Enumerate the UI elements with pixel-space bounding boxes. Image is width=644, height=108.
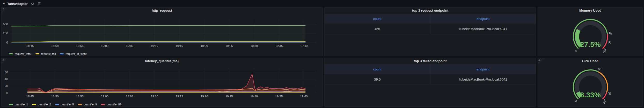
legend-swatch: [9, 53, 13, 54]
table-header-count[interactable]: count: [325, 14, 430, 24]
x-axis-tick-label: 19:35: [275, 95, 283, 98]
x-axis-tick-label: 19:05: [126, 44, 133, 47]
legend-item-quantile_1[interactable]: quantile_1: [9, 103, 28, 106]
legend-item-request_fail[interactable]: request_fail: [35, 52, 56, 55]
info-i-glyph: i: [539, 58, 540, 61]
series-fill-quantile_99: [27, 74, 305, 93]
x-axis-tick-label: 19:30: [250, 95, 258, 98]
row-collapse-toggle[interactable]: TaosAdapter: [3, 2, 28, 6]
gauge-tick-label: 0: [575, 49, 577, 53]
gear-icon[interactable]: [31, 2, 34, 5]
legend-label: quantile_2: [38, 103, 51, 106]
x-axis-tick-label: 18:55: [76, 44, 84, 47]
legend-item-request_total[interactable]: request_total: [9, 52, 31, 55]
legend-swatch: [35, 53, 39, 54]
legend-label: quantile_9: [84, 103, 97, 106]
legend-item-quantile_2[interactable]: quantile_2: [32, 103, 51, 106]
info-i-glyph: i: [3, 58, 3, 61]
cpu-gauge: 060901008.33%: [557, 65, 624, 104]
info-i-glyph: i: [3, 8, 3, 11]
row-title: TaosAdapter: [7, 2, 28, 6]
trash-icon[interactable]: [38, 2, 41, 5]
gauge-tick-label: 90: [608, 91, 611, 95]
legend-label: request_fail: [41, 52, 56, 55]
gauge-value-text: 27.5%: [580, 40, 601, 48]
table-row: 39.5 liubeideMacBook-Pro.local:6041: [325, 74, 536, 85]
legend-label: request_in_flight: [65, 52, 86, 55]
gauge-container: 060901008.33%: [538, 65, 643, 106]
table-header-endpoint[interactable]: endpoint: [430, 64, 536, 74]
chart-legend: quantile_1quantile_2quantile_5quantile_9…: [1, 102, 323, 107]
gauge-tick-label: 80: [608, 31, 612, 35]
panel-title[interactable]: Memory Used: [538, 8, 643, 14]
x-axis-tick-label: 19:30: [250, 44, 258, 47]
gauge-tick-label: 100: [602, 99, 607, 104]
series-fill-request_total: [12, 26, 305, 42]
y-axis-tick-label: 20: [5, 84, 8, 88]
legend-swatch: [55, 104, 59, 105]
table-header-row: count endpoint: [325, 14, 536, 24]
panel-title[interactable]: top 3 request endpoint: [325, 8, 536, 14]
legend-swatch: [32, 104, 36, 105]
gauge-threshold-arc: [606, 34, 607, 42]
x-axis-tick-label: 18:55: [76, 95, 84, 98]
panel-cpu-used: i CPU Used 060901008.33%: [538, 58, 643, 107]
y-axis-tick-label: 0: [6, 91, 8, 95]
table-row: 466 liubeideMacBook-Pro.local:6041: [325, 24, 536, 34]
x-axis-tick-label: 19:25: [225, 44, 233, 47]
gauge-tick-label: 100: [602, 48, 607, 54]
panel-title[interactable]: CPU Used: [538, 58, 643, 64]
memory-gauge: 0809010027.5%: [557, 14, 624, 54]
table-cell-endpoint: liubeideMacBook-Pro.local:6041: [430, 24, 536, 34]
y-axis-tick-label: 0: [6, 41, 8, 44]
y-axis-tick-label: 40: [5, 77, 8, 81]
panel-http-request: i http_request 18:4518:5018:5519:0019:05…: [1, 7, 323, 56]
x-axis-tick-label: 19:10: [151, 95, 158, 98]
panel-grid: i http_request 18:4518:5018:5519:0019:05…: [0, 7, 644, 107]
legend-swatch: [101, 104, 105, 105]
gauge-tick-label: 90: [608, 41, 611, 45]
table-cell-count: 466: [325, 24, 430, 34]
chevron-down-icon: [3, 2, 6, 5]
x-axis-tick-label: 19:15: [176, 44, 183, 47]
legend-label: quantile_99: [107, 103, 121, 106]
x-axis-tick-label: 19:20: [201, 95, 208, 98]
y-axis-tick-label: 500: [3, 23, 8, 26]
table-cell-count: 39.5: [325, 74, 430, 85]
panel-top-failed-endpoint: top 3 failed endpoint count endpoint 39.…: [324, 58, 536, 107]
x-axis-tick-label: 19:00: [101, 95, 108, 98]
x-axis-tick-label: 19:20: [201, 44, 208, 47]
legend-item-quantile_99[interactable]: quantile_99: [101, 103, 121, 106]
legend-item-request_in_flight[interactable]: request_in_flight: [60, 52, 86, 55]
panel-title[interactable]: latency_quantile(ms): [1, 58, 323, 64]
x-axis-tick-label: 19:35: [275, 44, 283, 47]
table-header-count[interactable]: count: [325, 64, 430, 74]
legend-label: quantile_5: [61, 103, 74, 106]
panel-title[interactable]: top 3 failed endpoint: [325, 58, 536, 64]
legend-item-quantile_9[interactable]: quantile_9: [78, 103, 97, 106]
x-axis-tick-label: 18:45: [26, 44, 34, 47]
x-axis-tick-label: 19:05: [126, 95, 133, 98]
gauge-value-text: 8.33%: [580, 91, 601, 99]
gauge-tick-label: 60: [598, 68, 601, 71]
x-axis-tick-label: 18:50: [51, 44, 59, 47]
chart-legend: request_totalrequest_failrequest_in_flig…: [1, 51, 323, 56]
table-cell-endpoint: liubeideMacBook-Pro.local:6041: [430, 74, 536, 85]
legend-label: quantile_1: [15, 103, 28, 106]
http-request-chart[interactable]: 18:4518:5018:5519:0019:0519:1019:1519:20…: [1, 14, 322, 50]
gauge-container: 0809010027.5%: [538, 14, 643, 56]
legend-swatch: [9, 104, 13, 105]
x-axis-tick-label: 19:40: [300, 44, 308, 47]
x-axis-tick-label: 19:40: [300, 95, 308, 98]
gauge-tick-label: 0: [575, 100, 577, 103]
x-axis-tick-label: 19:00: [101, 44, 108, 47]
legend-label: request_total: [15, 52, 31, 55]
panel-memory-used: Memory Used 0809010027.5%: [538, 7, 643, 56]
table-header-endpoint[interactable]: endpoint: [430, 14, 536, 24]
x-axis-tick-label: 19:25: [225, 95, 233, 98]
y-axis-tick-label: 60: [5, 71, 8, 74]
legend-swatch: [60, 53, 64, 54]
latency-quantile-chart[interactable]: 18:4518:5018:5519:0019:0519:1019:1519:20…: [1, 64, 322, 101]
panel-title[interactable]: http_request: [1, 8, 323, 14]
legend-item-quantile_5[interactable]: quantile_5: [55, 103, 74, 106]
